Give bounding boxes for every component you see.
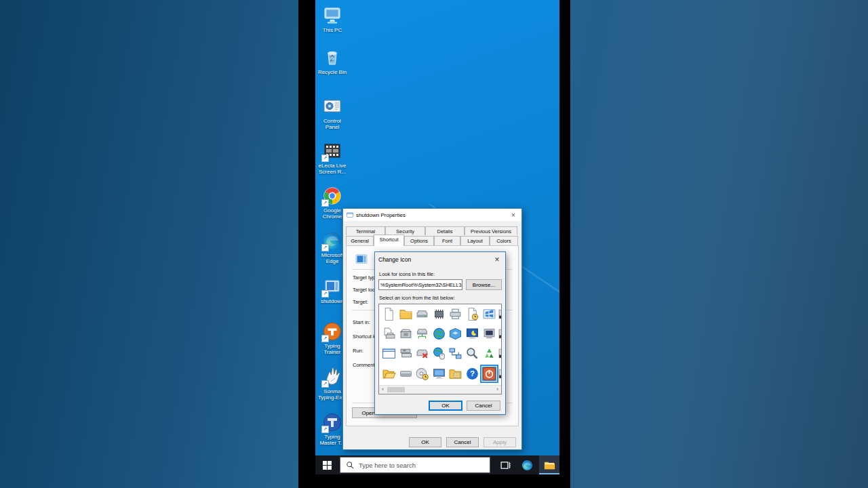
grid-icon-globe[interactable] xyxy=(432,327,446,341)
recycle_bin-icon xyxy=(322,47,342,68)
grid-icon-partial[interactable] xyxy=(498,307,502,321)
shortcut-arrow-icon: ↗ xyxy=(321,290,329,298)
shortcut-arrow-icon: ↗ xyxy=(321,244,329,251)
edge-taskbar-button[interactable] xyxy=(517,455,536,474)
grid-icon-monitor_flat[interactable] xyxy=(432,367,446,381)
grid-icon-partial[interactable] xyxy=(498,346,502,361)
grid-icon-doc_print[interactable] xyxy=(382,327,396,341)
grid-icon-chip[interactable] xyxy=(432,307,446,321)
change-icon-ok-button[interactable]: OK xyxy=(429,401,462,411)
icon-grid-listbox[interactable]: ‹ › ? xyxy=(378,304,502,394)
tab-layout[interactable]: Layout xyxy=(460,236,490,245)
desktop-icon-label: This PC xyxy=(317,27,348,33)
typing_master-icon: ↗ xyxy=(322,412,342,432)
search-icon xyxy=(346,461,355,470)
grid-icon-globe_mouse[interactable] xyxy=(432,346,446,361)
scrollbar-thumb[interactable] xyxy=(387,387,405,392)
field-label-target: Target: xyxy=(353,299,368,305)
tab-general[interactable]: General xyxy=(346,236,374,245)
grid-icon-share_blue[interactable] xyxy=(448,327,462,341)
svg-text:?: ? xyxy=(470,369,475,378)
grid-icon-drive_flat[interactable] xyxy=(399,367,413,381)
change-icon-cancel-button[interactable]: Cancel xyxy=(467,401,500,411)
desktop-icon-label: eLecta Live Screen R... xyxy=(317,163,348,175)
grid-icon-search[interactable] xyxy=(465,346,479,361)
grid-icon-monitor_moon[interactable] xyxy=(465,327,479,341)
grid-icon-window[interactable] xyxy=(382,346,396,361)
grid-icon-partial[interactable] xyxy=(498,367,502,381)
field-label-run: Run: xyxy=(353,348,363,354)
video-column: This PCRecycle BinControl Panel↗eLecta L… xyxy=(298,0,570,488)
desktop-icon-recycle_bin[interactable]: Recycle Bin xyxy=(317,47,348,75)
grid-icon-network[interactable] xyxy=(448,346,462,361)
browse-button[interactable]: Browse... xyxy=(466,279,502,290)
shortcut-arrow-icon: ↗ xyxy=(321,335,329,342)
change-icon-dialog: Change Icon × Look for icons in this fil… xyxy=(374,251,506,415)
grid-icon-crt[interactable] xyxy=(482,327,496,341)
properties-window-icon xyxy=(347,211,353,218)
film-icon: ↗ xyxy=(322,141,342,161)
select-icon-label: Select an icon from the list below: xyxy=(379,295,455,301)
file-explorer-taskbar-button[interactable] xyxy=(539,455,559,474)
grid-icon-folder_grid[interactable] xyxy=(448,367,462,381)
control_panel-icon xyxy=(322,96,342,117)
grid-icon-folder[interactable] xyxy=(399,307,413,321)
shutdown-icon: ↗ xyxy=(322,277,342,297)
grid-icon-net_drive[interactable] xyxy=(415,327,429,341)
edge-icon: ↗ xyxy=(322,230,342,251)
grid-icon-partial[interactable] xyxy=(498,327,502,341)
desktop-icon-label: Control Panel xyxy=(317,118,348,130)
grid-icon-printer[interactable] xyxy=(448,307,462,321)
sonma-icon: ↗ xyxy=(322,367,342,387)
grid-icon-floppy_stack[interactable] xyxy=(399,346,413,361)
desktop-icon-film[interactable]: ↗eLecta Live Screen R... xyxy=(317,141,348,175)
shortcut-file-icon xyxy=(353,251,370,268)
grid-icon-recycle[interactable] xyxy=(482,346,496,361)
change-icon-close-icon[interactable]: × xyxy=(492,255,502,264)
scroll-right-arrow-icon[interactable]: › xyxy=(494,386,501,394)
properties-titlebar[interactable]: shutdown Properties × xyxy=(343,209,521,221)
edge-icon xyxy=(521,459,534,472)
this_pc-icon xyxy=(322,5,342,26)
video-frame: This PCRecycle BinControl Panel↗eLecta L… xyxy=(0,0,868,488)
properties-close-icon[interactable]: × xyxy=(509,211,518,219)
windows-desktop: This PCRecycle BinControl Panel↗eLecta L… xyxy=(315,0,559,474)
tab-details[interactable]: Details xyxy=(425,226,465,235)
scroll-left-arrow-icon[interactable]: ‹ xyxy=(379,386,387,394)
tab-row-1: TerminalSecurityDetailsPrevious Versions xyxy=(346,226,519,235)
grid-icon-doc[interactable] xyxy=(382,307,396,321)
grid-icon-win_flag[interactable] xyxy=(482,307,496,321)
properties-title: shutdown Properties xyxy=(356,212,509,218)
taskbar-search-input[interactable]: Type here to search xyxy=(340,457,490,473)
shortcut-arrow-icon: ↗ xyxy=(321,380,329,388)
desktop-icon-this_pc[interactable]: This PC xyxy=(317,5,348,33)
properties-ok-button[interactable]: OK xyxy=(409,437,441,447)
start-button[interactable] xyxy=(315,455,338,474)
grid-icon-help[interactable]: ? xyxy=(465,367,479,381)
desktop-icon-control_panel[interactable]: Control Panel xyxy=(317,96,348,130)
grid-icon-drive_x[interactable] xyxy=(415,346,429,361)
grid-icon-power-selected[interactable] xyxy=(482,367,496,381)
properties-apply-button: Apply xyxy=(484,437,516,447)
change-icon-titlebar[interactable]: Change Icon × xyxy=(375,252,505,266)
grid-icon-disc_clock[interactable] xyxy=(415,367,429,381)
horizontal-scrollbar[interactable]: ‹ › xyxy=(379,385,501,394)
tab-shortcut[interactable]: Shortcut xyxy=(374,235,404,246)
chrome-icon: ↗ xyxy=(322,186,342,206)
desktop-icon-label: Recycle Bin xyxy=(317,69,348,75)
tab-row-2: GeneralShortcutOptionsFontLayoutColors xyxy=(346,236,519,246)
grid-icon-doc_clock[interactable] xyxy=(465,307,479,321)
task-view-button[interactable] xyxy=(496,455,515,474)
grid-icon-install_box[interactable] xyxy=(399,327,413,341)
grid-icon-drive[interactable] xyxy=(415,307,429,321)
grid-icon-folder_open[interactable] xyxy=(382,367,396,381)
tab-font[interactable]: Font xyxy=(434,236,460,245)
tab-previous-versions[interactable]: Previous Versions xyxy=(465,226,517,235)
properties-cancel-button[interactable]: Cancel xyxy=(446,437,479,447)
tab-colors[interactable]: Colors xyxy=(490,236,518,245)
tab-options[interactable]: Options xyxy=(404,236,434,245)
icon-path-input[interactable]: %SystemRoot%\System32\SHELL32 xyxy=(378,279,462,290)
shortcut-arrow-icon: ↗ xyxy=(321,199,329,207)
field-label-comment: Comment: xyxy=(353,362,376,368)
typing_trainer-icon: ↗ xyxy=(322,321,342,342)
